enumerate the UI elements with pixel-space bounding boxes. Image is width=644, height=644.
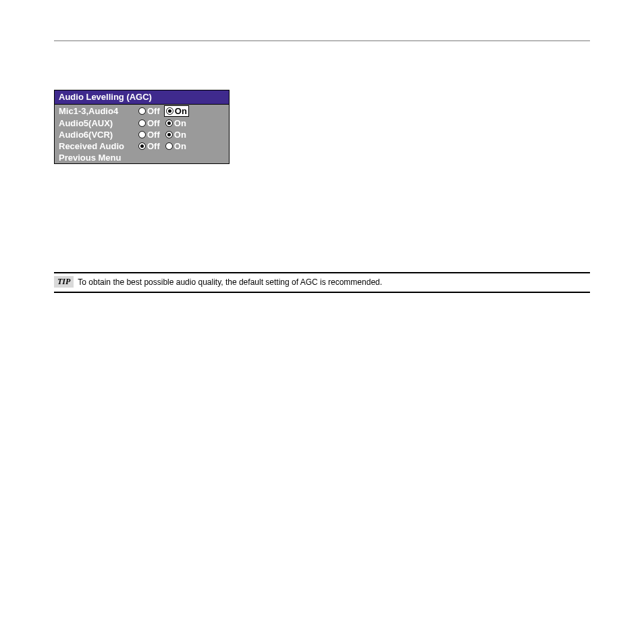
osd-option-text: Off — [147, 141, 160, 151]
osd-option-text: Off — [147, 106, 160, 116]
osd-row-label: Audio5(AUX) — [59, 118, 134, 128]
tip-text: To obtain the best possible audio qualit… — [78, 277, 382, 287]
osd-option-off[interactable]: Off — [137, 106, 161, 116]
osd-previous-menu[interactable]: Previous Menu — [55, 152, 229, 163]
osd-panel: Audio Levelling (AGC) Mic1-3,Audio4 Off … — [54, 90, 230, 164]
radio-icon — [165, 142, 173, 150]
osd-row-label: Audio6(VCR) — [59, 130, 134, 140]
tip-border-bottom — [54, 292, 590, 293]
radio-icon — [138, 131, 146, 138]
radio-icon — [138, 119, 146, 127]
osd-title: Audio Levelling (AGC) — [55, 90, 229, 105]
osd-row: Received Audio Off On — [55, 140, 229, 152]
osd-option-on[interactable]: On — [164, 105, 189, 117]
radio-icon — [138, 142, 146, 150]
radio-icon — [165, 119, 173, 127]
radio-icon — [138, 107, 146, 115]
osd-option-on[interactable]: On — [164, 130, 188, 140]
osd-option-off[interactable]: Off — [137, 118, 161, 128]
osd-option-text: On — [174, 141, 186, 151]
osd-option-off[interactable]: Off — [137, 141, 161, 151]
osd-row: Audio6(VCR) Off On — [55, 129, 229, 140]
tip-badge: TIP — [54, 276, 74, 288]
osd-option-text: Off — [147, 118, 160, 128]
separator-top — [54, 41, 590, 41]
osd-row-label: Mic1-3,Audio4 — [59, 106, 134, 116]
osd-body: Mic1-3,Audio4 Off On Audio5(AUX) Off — [55, 105, 229, 163]
radio-icon — [166, 107, 173, 115]
osd-option-text: On — [175, 106, 187, 116]
osd-option-text: Off — [147, 130, 160, 140]
osd-option-text: On — [174, 118, 186, 128]
osd-row: Audio5(AUX) Off On — [55, 117, 229, 129]
osd-row: Mic1-3,Audio4 Off On — [55, 105, 229, 117]
osd-option-off[interactable]: Off — [137, 130, 161, 140]
osd-row-label: Received Audio — [59, 141, 134, 151]
tip-box: TIP To obtain the best possible audio qu… — [54, 272, 590, 293]
osd-option-on[interactable]: On — [164, 118, 188, 128]
osd-previous-menu-label: Previous Menu — [59, 153, 225, 163]
osd-option-text: On — [174, 130, 186, 140]
osd-option-on[interactable]: On — [164, 141, 188, 151]
radio-icon — [165, 131, 173, 138]
